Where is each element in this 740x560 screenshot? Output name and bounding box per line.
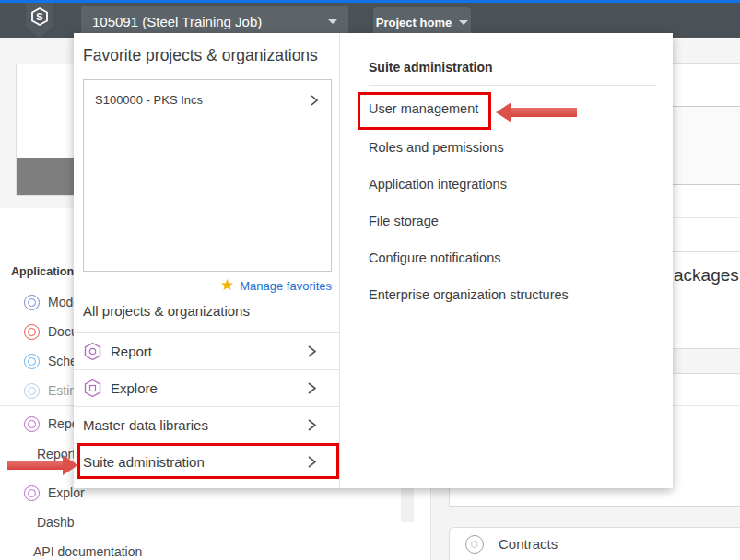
sidebar-item-api-documentation[interactable]: API documentation (0, 542, 399, 560)
divider (369, 85, 656, 86)
chevron-right-icon (306, 418, 318, 432)
menu-item-label: Master data libraries (83, 417, 306, 433)
manage-favorites-link[interactable]: ★ Manage favorites (83, 276, 332, 295)
divider (339, 33, 340, 488)
background-bottom-right: ⬡ Contracts (430, 488, 740, 560)
scheduling-icon (24, 354, 40, 369)
documents-icon (24, 324, 40, 340)
arrow-head-icon (63, 455, 78, 475)
chevron-down-icon (328, 19, 337, 24)
model-icon (24, 295, 40, 310)
star-icon: ★ (220, 278, 234, 293)
project-selector-label: 105091 (Steel Training Job) (92, 14, 328, 29)
packages-heading-fragment: ackages (674, 265, 739, 286)
submenu-item-enterprise-organization-structures[interactable]: Enterprise organization structures (369, 287, 569, 306)
estimating-icon (24, 383, 40, 399)
svg-text:S: S (36, 11, 42, 22)
submenu-heading: Suite administration (369, 60, 493, 75)
sidebar-item-label: Dashb (37, 515, 74, 530)
arrow-head-icon (496, 102, 511, 122)
sidebar-item-label: API documentation (33, 544, 142, 559)
divider (673, 405, 740, 406)
arrow-pointing-user-management (496, 102, 577, 122)
arrow-body (511, 108, 577, 117)
menu-item-explore[interactable]: Explore (74, 369, 339, 406)
favorite-project-label: S100000 - PKS Incs (95, 93, 309, 107)
favorites-heading: Favorite projects & organizations (83, 46, 318, 65)
divider (673, 251, 740, 252)
contracts-label: Contracts (499, 536, 558, 552)
all-projects-link[interactable]: All projects & organizations (83, 303, 250, 319)
arrow-body (7, 461, 63, 470)
all-projects-label: All projects & organizations (83, 303, 250, 319)
manage-favorites-label: Manage favorites (240, 279, 332, 293)
explore-icon (83, 379, 102, 398)
menu-item-report[interactable]: Report (74, 332, 339, 369)
project-home-label: Project home (376, 16, 452, 29)
menu-item-master-data-libraries[interactable]: Master data libraries (74, 406, 339, 443)
card-body-strip (673, 106, 740, 185)
chevron-right-icon (306, 381, 318, 395)
favorites-list: S100000 - PKS Incs (83, 79, 332, 272)
reports-icon (24, 416, 40, 432)
app-logo-icon[interactable]: S (24, 3, 55, 40)
submenu-item-application-integrations[interactable]: Application integrations (369, 177, 507, 195)
arrow-pointing-suite-administration (7, 455, 78, 475)
top-navigation-bar: S 105091 (Steel Training Job) Project ho… (0, 0, 740, 38)
sidebar-item-dashboard[interactable]: Dashb (0, 512, 399, 532)
highlight-box-user-management (358, 92, 491, 130)
app-screen: Applications Model Docum Sched Estima Re… (0, 0, 740, 560)
chevron-right-icon (309, 94, 320, 107)
submenu-item-file-storage[interactable]: File storage (369, 214, 439, 232)
applications-heading-label: Applications (11, 265, 80, 278)
background-page-right: ackages (673, 38, 740, 488)
explore-icon (24, 485, 40, 501)
divider (673, 217, 740, 218)
chevron-down-icon (459, 20, 468, 25)
highlight-box-suite-administration (77, 443, 339, 479)
card-header-strip (673, 348, 740, 374)
contracts-icon: ⬡ (465, 535, 484, 554)
menu-item-label: Report (111, 344, 306, 359)
card-header-strip (673, 39, 740, 64)
favorite-project-item[interactable]: S100000 - PKS Incs (84, 80, 331, 120)
submenu-item-configure-notifications[interactable]: Configure notifications (369, 251, 500, 269)
top-accent-line (0, 0, 740, 3)
menu-item-label: Explore (111, 380, 306, 396)
chevron-right-icon (306, 344, 318, 358)
contracts-card[interactable]: ⬡ Contracts (449, 527, 740, 560)
report-icon (83, 342, 102, 361)
submenu-item-roles-and-permissions[interactable]: Roles and permissions (369, 140, 504, 158)
card-bottom-fragment (449, 488, 740, 507)
